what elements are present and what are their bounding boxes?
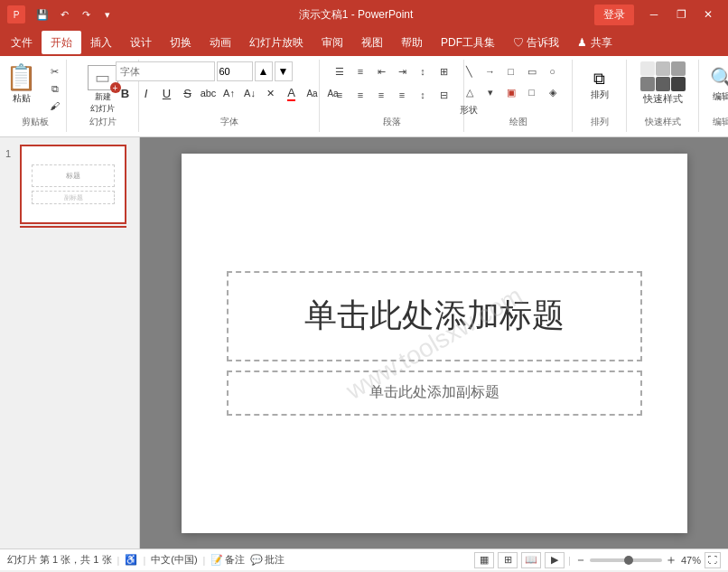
menu-help[interactable]: 帮助 bbox=[392, 31, 432, 54]
menu-animations[interactable]: 动画 bbox=[201, 31, 240, 54]
style-5[interactable] bbox=[656, 77, 670, 91]
app-icon: P bbox=[7, 5, 25, 23]
underline-button[interactable]: U bbox=[157, 83, 177, 103]
text-shadow-button[interactable]: abc bbox=[199, 83, 219, 103]
close-button[interactable]: ✕ bbox=[695, 5, 721, 24]
subtitle-placeholder[interactable]: 单击此处添加副标题 bbox=[227, 370, 642, 416]
menu-design[interactable]: 设计 bbox=[121, 31, 161, 54]
slide-thumbnail[interactable]: 标题 副标题 bbox=[20, 145, 126, 224]
shape-effects[interactable]: ◈ bbox=[543, 82, 563, 102]
menu-home[interactable]: 开始 bbox=[42, 31, 81, 54]
bold-button[interactable]: B bbox=[116, 83, 135, 103]
menu-tell-me[interactable]: ♡ 告诉我 bbox=[504, 31, 568, 54]
font-grow-button[interactable]: A↑ bbox=[219, 83, 239, 103]
comments-button[interactable]: 💬 批注 bbox=[250, 553, 285, 567]
normal-view-button[interactable]: ▦ bbox=[474, 552, 494, 568]
slide-thumb-container: 1 标题 副标题 bbox=[5, 145, 134, 224]
justify-button[interactable]: ≡ bbox=[392, 85, 412, 105]
ribbon-group-drawing: ╲ → □ ▭ ○ △ ▾ ▣ □ ◈ 形状 绘图 bbox=[464, 60, 573, 132]
font-size-input[interactable] bbox=[217, 61, 253, 81]
font-top-row: ▲ ▼ bbox=[116, 61, 293, 81]
slideshow-button[interactable]: ▶ bbox=[545, 552, 565, 568]
drawing-label: 绘图 bbox=[509, 116, 527, 128]
indent-right-button[interactable]: ⇥ bbox=[392, 61, 412, 81]
zoom-slider[interactable] bbox=[590, 558, 662, 562]
font-bottom-row: B I U S abc A↑ A↓ ✕ A Aa Aa bbox=[116, 83, 343, 103]
menu-file[interactable]: 文件 bbox=[2, 31, 42, 54]
status-right: ▦ ⊞ 📖 ▶ | － ＋ 47% ⛶ bbox=[474, 552, 721, 568]
minimize-button[interactable]: ─ bbox=[641, 5, 667, 24]
fit-slide-button[interactable]: ⛶ bbox=[705, 552, 721, 568]
font-color-button[interactable]: A bbox=[282, 83, 302, 103]
restore-button[interactable]: ❐ bbox=[668, 5, 694, 24]
status-divider1: | bbox=[117, 555, 120, 566]
menu-review[interactable]: 审阅 bbox=[313, 31, 352, 54]
menu-slideshow[interactable]: 幻灯片放映 bbox=[240, 31, 313, 54]
slide-canvas[interactable]: www.toolsxw.com 单击此处添加标题 单击此处添加副标题 bbox=[182, 154, 687, 533]
main-area: 1 标题 副标题 www.toolsx bbox=[0, 137, 728, 549]
cut-button[interactable]: ✂ bbox=[42, 63, 68, 80]
shape-triangle[interactable]: △ bbox=[460, 82, 480, 102]
style-4[interactable] bbox=[640, 77, 655, 91]
menu-view[interactable]: 视图 bbox=[352, 31, 392, 54]
menu-insert[interactable]: 插入 bbox=[81, 31, 121, 54]
shape-arrow[interactable]: → bbox=[481, 61, 500, 81]
canvas-area: www.toolsxw.com 单击此处添加标题 单击此处添加副标题 bbox=[140, 137, 728, 549]
zoom-out-button[interactable]: － bbox=[574, 552, 587, 568]
accessibility-icon[interactable]: ♿ bbox=[125, 554, 137, 566]
save-button[interactable]: 💾 bbox=[33, 5, 52, 23]
undo-button[interactable]: ↶ bbox=[54, 5, 74, 23]
language-status: 中文(中国) bbox=[151, 553, 197, 567]
style-2[interactable] bbox=[656, 61, 670, 76]
clear-format-button[interactable]: ✕ bbox=[261, 83, 281, 103]
align-left-button[interactable]: ≡ bbox=[330, 85, 350, 105]
shape-more[interactable]: ▾ bbox=[481, 82, 500, 102]
align-right-button[interactable]: ≡ bbox=[371, 85, 391, 105]
login-button[interactable]: 登录 bbox=[594, 5, 634, 25]
shape-fill-color[interactable]: ▣ bbox=[501, 82, 521, 102]
menu-share[interactable]: ♟ 共享 bbox=[568, 31, 621, 54]
new-slide-icon: ▭ bbox=[88, 65, 118, 90]
ribbon-group-font: ▲ ▼ B I U S abc A↑ A↓ ✕ A Aa Aa bbox=[139, 60, 320, 132]
font-family-input[interactable] bbox=[116, 61, 215, 81]
redo-button[interactable]: ↷ bbox=[76, 5, 96, 23]
shape-outline-color[interactable]: □ bbox=[522, 82, 542, 102]
zoom-percentage[interactable]: 47% bbox=[681, 555, 701, 566]
style-3[interactable] bbox=[671, 61, 686, 76]
notes-button[interactable]: 📝 备注 bbox=[210, 553, 245, 567]
shape-rounded-rect[interactable]: ▭ bbox=[522, 61, 542, 81]
ribbon: 📋 粘贴 ✂ ⧉ 🖌 剪贴板 ▭ bbox=[0, 56, 728, 137]
style-6[interactable] bbox=[671, 77, 686, 91]
paste-button[interactable]: 📋 粘贴 bbox=[3, 61, 41, 108]
list-number-button[interactable]: ≡ bbox=[350, 61, 370, 81]
title-placeholder[interactable]: 单击此处添加标题 bbox=[227, 271, 642, 361]
align-center-button[interactable]: ≡ bbox=[350, 85, 370, 105]
italic-button[interactable]: I bbox=[136, 83, 156, 103]
indent-left-button[interactable]: ⇤ bbox=[371, 61, 391, 81]
menu-pdf[interactable]: PDF工具集 bbox=[432, 31, 504, 54]
slides-label: 幻灯片 bbox=[89, 116, 117, 128]
arrange-button[interactable]: ⧉ 排列 bbox=[583, 61, 616, 108]
slide-sorter-button[interactable]: ⊞ bbox=[498, 552, 518, 568]
strikethrough-button[interactable]: S bbox=[178, 83, 198, 103]
copy-button[interactable]: ⧉ bbox=[42, 80, 68, 97]
reading-view-button[interactable]: 📖 bbox=[521, 552, 541, 568]
line-spacing-button[interactable]: ↕ bbox=[413, 85, 433, 105]
format-painter-button[interactable]: 🖌 bbox=[42, 98, 68, 114]
columns-button[interactable]: ⊟ bbox=[434, 85, 453, 105]
qs-more-button[interactable]: ▾ bbox=[98, 5, 117, 23]
font-size-decrease-button[interactable]: ▼ bbox=[275, 61, 293, 81]
smart-art-button[interactable]: ⊞ bbox=[434, 61, 453, 81]
shape-rect[interactable]: □ bbox=[501, 61, 521, 81]
zoom-in-button[interactable]: ＋ bbox=[665, 552, 677, 568]
shape-oval[interactable]: ○ bbox=[543, 61, 563, 81]
style-1[interactable] bbox=[640, 61, 655, 76]
slide-selection-indicator bbox=[20, 226, 126, 228]
text-direction-button[interactable]: ↕ bbox=[413, 61, 433, 81]
font-shrink-button[interactable]: A↓ bbox=[240, 83, 260, 103]
list-bullet-button[interactable]: ☰ bbox=[330, 61, 350, 81]
edit-button[interactable]: 🔍 编辑 bbox=[704, 61, 728, 108]
menu-transitions[interactable]: 切换 bbox=[161, 31, 201, 54]
shape-line[interactable]: ╲ bbox=[460, 61, 480, 81]
font-size-increase-button[interactable]: ▲ bbox=[255, 61, 273, 81]
